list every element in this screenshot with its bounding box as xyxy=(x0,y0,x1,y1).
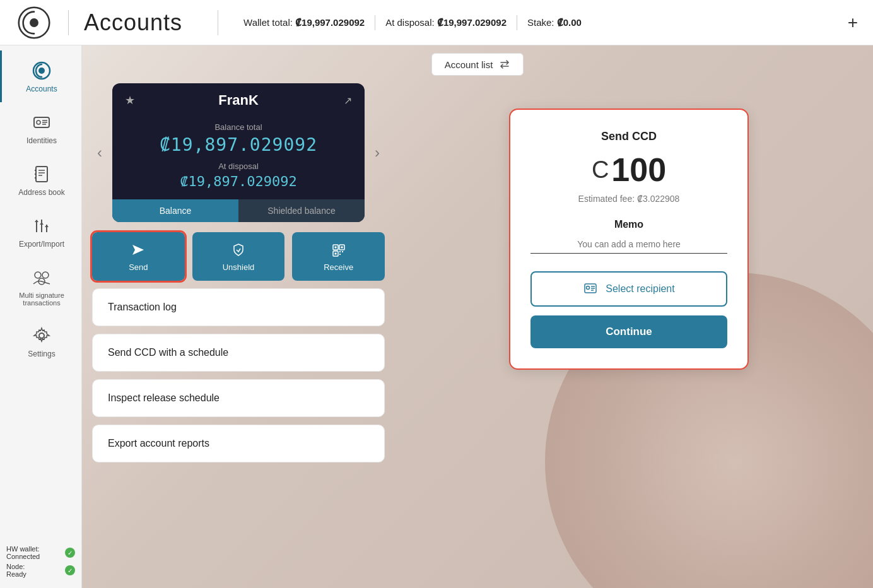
app-logo xyxy=(15,4,53,42)
node-dot xyxy=(65,565,75,575)
topbar-divider-2 xyxy=(218,10,218,35)
account-card-wrapper: ‹ ★ FranK ↗ Balance total ₡19,897.029092… xyxy=(92,83,385,222)
content-area: Account list ‹ ★ FranK ↗ xyxy=(82,45,873,588)
card-tabs: Balance Shielded balance xyxy=(112,199,365,222)
export-import-icon xyxy=(30,215,53,237)
sidebar-item-accounts[interactable]: Accounts xyxy=(0,50,81,102)
account-list-label: Account list xyxy=(445,59,493,70)
select-recipient-button[interactable]: Select recipient xyxy=(530,271,727,307)
sidebar-status: HW wallet: Connected Node: Ready xyxy=(0,538,81,588)
stake-total: Stake: ₡0.00 xyxy=(527,17,582,28)
identities-icon xyxy=(30,111,53,134)
continue-button[interactable]: Continue xyxy=(530,315,727,348)
menu-item-inspect-release-schedule[interactable]: Inspect release schedule xyxy=(92,379,385,417)
account-card: ★ FranK ↗ Balance total ₡19,897.029092 A… xyxy=(112,83,365,222)
card-body: Balance total ₡19,897.029092 At disposal… xyxy=(112,117,365,199)
action-buttons: Send Unshield xyxy=(92,232,385,281)
sidebar: Accounts Identities xyxy=(0,45,82,588)
address-book-icon xyxy=(30,163,53,185)
send-amount-value: 100 xyxy=(611,151,666,189)
sidebar-settings-label: Settings xyxy=(28,350,55,358)
svg-rect-29 xyxy=(334,253,336,255)
svg-rect-32 xyxy=(339,254,341,255)
prev-account-button[interactable]: ‹ xyxy=(92,139,107,167)
send-icon xyxy=(129,241,147,259)
topbar-divider xyxy=(68,10,69,35)
add-account-button[interactable]: + xyxy=(848,14,858,32)
topbar: Accounts Wallet total: ₡19,997.029092 At… xyxy=(0,0,873,45)
svg-point-19 xyxy=(35,272,41,278)
topbar-info: Wallet total: ₡19,997.029092 At disposal… xyxy=(202,10,582,35)
page-title: Accounts xyxy=(84,9,182,36)
sidebar-export-import-label: Export/Import xyxy=(19,240,64,249)
multi-sig-icon xyxy=(30,266,53,289)
balance-total-label: Balance total xyxy=(125,122,352,132)
balance-total-value: ₡19,897.029092 xyxy=(125,134,352,155)
memo-label: Memo xyxy=(530,219,727,230)
sidebar-accounts-label: Accounts xyxy=(26,85,57,93)
estimated-fee: Estimated fee: ₡3.022908 xyxy=(530,194,727,204)
recipient-icon xyxy=(583,281,598,297)
select-recipient-label: Select recipient xyxy=(606,283,674,295)
accounts-icon xyxy=(30,59,53,82)
wallet-total: Wallet total: ₡19,997.029092 xyxy=(243,17,365,28)
account-list-button[interactable]: Account list xyxy=(431,53,524,76)
svg-point-1 xyxy=(30,18,38,27)
svg-point-3 xyxy=(38,68,45,74)
node-label: Node: Ready xyxy=(6,563,26,578)
unshield-button[interactable]: Unshield xyxy=(192,232,285,281)
unshield-icon xyxy=(230,241,247,259)
main-layout: Accounts Identities xyxy=(0,45,873,588)
send-ccd-title: Send CCD xyxy=(530,130,727,143)
favorite-icon[interactable]: ★ xyxy=(125,93,135,107)
receive-icon xyxy=(330,241,348,259)
memo-input[interactable] xyxy=(530,235,727,254)
at-disposal-total: At disposal: ₡19,997.029092 xyxy=(385,17,507,28)
tab-balance[interactable]: Balance xyxy=(112,199,238,222)
info-divider-1 xyxy=(375,15,375,30)
sidebar-address-book-label: Address book xyxy=(18,188,64,197)
svg-rect-9 xyxy=(36,167,47,182)
sidebar-item-identities[interactable]: Identities xyxy=(0,102,81,154)
sidebar-identities-label: Identities xyxy=(26,136,57,145)
hw-wallet-status: HW wallet: Connected xyxy=(6,545,75,560)
hw-wallet-dot xyxy=(65,548,75,558)
node-status: Node: Ready xyxy=(6,563,75,578)
account-name: FranK xyxy=(218,92,259,109)
svg-point-5 xyxy=(37,121,40,124)
receive-button[interactable]: Receive xyxy=(292,232,385,281)
send-amount: C 100 xyxy=(530,151,727,189)
svg-rect-30 xyxy=(339,251,341,252)
swap-icon xyxy=(499,59,510,70)
receive-label: Receive xyxy=(324,262,353,272)
svg-rect-31 xyxy=(342,251,343,252)
at-disposal-label: At disposal xyxy=(125,162,352,171)
account-list-bar: Account list xyxy=(82,45,873,83)
svg-point-35 xyxy=(587,286,590,290)
sidebar-item-address-book[interactable]: Address book xyxy=(0,154,81,206)
send-button[interactable]: Send xyxy=(92,232,185,281)
at-disposal-value: ₡19,897.029092 xyxy=(125,173,352,189)
send-label: Send xyxy=(129,262,148,272)
hw-wallet-label: HW wallet: Connected xyxy=(6,545,40,560)
send-panel-area: Send CCD C 100 Estimated fee: ₡3.022908 … xyxy=(395,83,863,578)
tab-shielded-balance[interactable]: Shielded balance xyxy=(238,199,365,222)
left-column: ‹ ★ FranK ↗ Balance total ₡19,897.029092… xyxy=(92,83,395,578)
menu-item-send-ccd-schedule[interactable]: Send CCD with a schedule xyxy=(92,334,385,372)
svg-point-22 xyxy=(39,333,44,338)
info-divider-2 xyxy=(517,15,517,30)
content-scroll: ‹ ★ FranK ↗ Balance total ₡19,897.029092… xyxy=(82,83,873,588)
sidebar-multi-sig-label: Multi signature transactions xyxy=(7,291,76,307)
external-link-icon[interactable]: ↗ xyxy=(344,95,352,107)
sidebar-item-settings[interactable]: Settings xyxy=(0,315,81,367)
svg-rect-27 xyxy=(334,247,336,249)
next-account-button[interactable]: › xyxy=(370,139,385,167)
svg-point-20 xyxy=(42,272,49,278)
sidebar-item-export-import[interactable]: Export/Import xyxy=(0,206,81,257)
settings-icon xyxy=(30,324,53,347)
menu-item-export-account-reports[interactable]: Export account reports xyxy=(92,425,385,462)
unshield-label: Unshield xyxy=(223,262,255,272)
svg-rect-33 xyxy=(342,254,344,256)
sidebar-item-multi-sig[interactable]: Multi signature transactions xyxy=(0,257,81,315)
menu-item-transaction-log[interactable]: Transaction log xyxy=(92,288,385,326)
